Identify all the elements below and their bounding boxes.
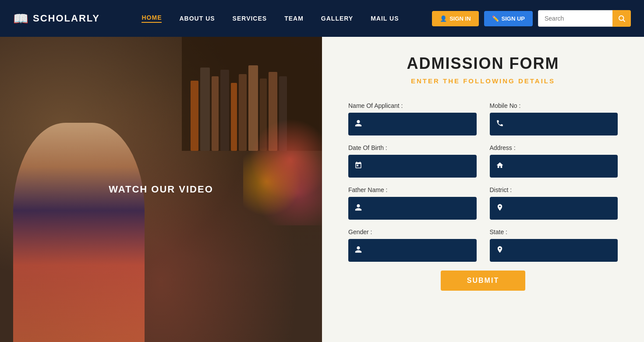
nav-home[interactable]: HOME [142, 14, 162, 23]
signin-label: SIGN IN [449, 15, 471, 22]
gender-label: Gender : [348, 228, 477, 235]
calendar-icon [354, 161, 363, 171]
submit-row: SUBMIT [348, 271, 618, 291]
location-icon [496, 203, 505, 214]
home-icon [496, 161, 505, 171]
district-input-wrapper [490, 197, 618, 220]
form-subtitle: ENTER THE FOLLOWING DETAILS [348, 77, 618, 85]
person-icon [354, 119, 363, 129]
mobile-input-wrapper [490, 113, 618, 135]
gender-input[interactable] [367, 239, 471, 262]
watch-video-label: WATCH OUR VIDEO [109, 184, 213, 195]
hero-section: WATCH OUR VIDEO [0, 37, 322, 342]
form-group-district: District : [490, 186, 618, 220]
logo-text: SCHOLARLY [33, 13, 100, 24]
nav-gallery[interactable]: GALLERY [321, 15, 353, 22]
district-label: District : [490, 186, 618, 193]
form-group-state: State : [490, 228, 618, 262]
nav-mailUs[interactable]: MAIL US [371, 15, 399, 22]
state-input[interactable] [508, 239, 612, 262]
form-group-address: Address : [490, 144, 618, 178]
form-row-1: Name Of Applicant : Mobile No : [348, 102, 618, 135]
mobile-input[interactable] [508, 113, 612, 135]
signin-icon: 👤 [440, 15, 447, 22]
signup-icon: ✏️ [492, 15, 499, 22]
dob-label: Date Of Birth : [348, 144, 477, 151]
signup-button[interactable]: ✏️ SIGN UP [484, 11, 533, 26]
form-group-gender: Gender : [348, 228, 477, 262]
search-button[interactable] [612, 10, 631, 27]
signup-label: SIGN UP [502, 15, 525, 22]
father-person-icon [354, 203, 363, 214]
father-label: Father Name : [348, 186, 477, 193]
dob-input[interactable] [367, 155, 471, 178]
state-input-wrapper [490, 239, 618, 262]
form-section: ADMISSION FORM ENTER THE FOLLOWING DETAI… [322, 37, 644, 342]
form-group-father: Father Name : [348, 186, 477, 220]
address-label: Address : [490, 144, 618, 151]
form-row-2: Date Of Birth : Address : [348, 144, 618, 178]
signin-button[interactable]: 👤 SIGN IN [432, 11, 478, 26]
form-group-dob: Date Of Birth : [348, 144, 477, 178]
person-figure [13, 123, 145, 342]
navbar: 📖 SCHOLARLY HOME ABOUT US SERVICES TEAM … [0, 0, 644, 37]
form-group-mobile: Mobile No : [490, 102, 618, 135]
address-input[interactable] [508, 155, 612, 178]
name-input-wrapper [348, 113, 477, 135]
name-label: Name Of Applicant : [348, 102, 477, 109]
father-input[interactable] [367, 197, 471, 220]
search-icon [618, 14, 626, 22]
nav-right: 👤 SIGN IN ✏️ SIGN UP [432, 10, 631, 27]
nav-team[interactable]: TEAM [284, 15, 304, 22]
submit-button[interactable]: SUBMIT [441, 271, 525, 291]
flower-decor [243, 116, 322, 225]
svg-point-0 [619, 16, 624, 21]
form-group-name: Name Of Applicant : [348, 102, 477, 135]
form-title: ADMISSION FORM [348, 54, 618, 73]
name-input[interactable] [367, 113, 471, 135]
dob-input-wrapper [348, 155, 477, 178]
address-input-wrapper [490, 155, 618, 178]
mobile-label: Mobile No : [490, 102, 618, 109]
svg-line-1 [623, 20, 625, 21]
nav-services[interactable]: SERVICES [233, 15, 267, 22]
search-input[interactable] [538, 10, 612, 27]
gender-icon [354, 246, 363, 256]
search-bar [538, 10, 631, 27]
logo-icon: 📖 [13, 11, 28, 26]
gender-input-wrapper [348, 239, 477, 262]
district-input[interactable] [508, 197, 612, 220]
state-label: State : [490, 228, 618, 235]
form-row-4: Gender : State : [348, 228, 618, 262]
phone-icon [496, 119, 505, 129]
main-layout: WATCH OUR VIDEO ADMISSION FORM ENTER THE… [0, 37, 644, 342]
father-input-wrapper [348, 197, 477, 220]
form-row-3: Father Name : District : [348, 186, 618, 220]
logo-area: 📖 SCHOLARLY [13, 11, 100, 26]
nav-links: HOME ABOUT US SERVICES TEAM GALLERY MAIL… [117, 14, 423, 23]
nav-about[interactable]: ABOUT US [179, 15, 215, 22]
state-location-icon [496, 246, 505, 256]
